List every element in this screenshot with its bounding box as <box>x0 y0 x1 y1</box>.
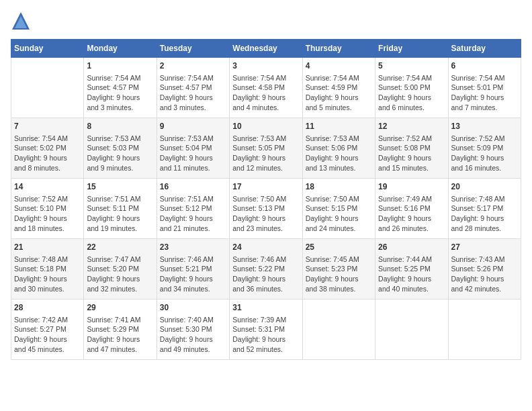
day-number: 26 <box>378 242 445 253</box>
day-info: Sunrise: 7:53 AMSunset: 5:04 PMDaylight:… <box>160 134 226 173</box>
day-cell: 2Sunrise: 7:54 AMSunset: 4:57 PMDaylight… <box>157 58 229 118</box>
day-info: Sunrise: 7:46 AMSunset: 5:22 PMDaylight:… <box>232 255 299 294</box>
day-cell: 17Sunrise: 7:50 AMSunset: 5:13 PMDayligh… <box>230 179 302 239</box>
day-cell: 23Sunrise: 7:46 AMSunset: 5:21 PMDayligh… <box>157 239 229 300</box>
header-cell-sunday: Sunday <box>11 40 84 58</box>
day-info: Sunrise: 7:50 AMSunset: 5:15 PMDaylight:… <box>306 194 372 234</box>
day-cell: 25Sunrise: 7:45 AMSunset: 5:23 PMDayligh… <box>302 239 375 300</box>
day-info: Sunrise: 7:45 AMSunset: 5:23 PMDaylight:… <box>306 255 372 294</box>
day-cell <box>302 300 375 360</box>
day-number: 28 <box>14 302 81 314</box>
day-cell: 16Sunrise: 7:51 AMSunset: 5:12 PMDayligh… <box>157 179 229 239</box>
day-number: 2 <box>160 60 226 72</box>
day-cell: 20Sunrise: 7:48 AMSunset: 5:17 PMDayligh… <box>448 179 521 239</box>
day-number: 8 <box>87 121 153 132</box>
header-cell-saturday: Saturday <box>448 40 521 58</box>
day-cell: 12Sunrise: 7:52 AMSunset: 5:08 PMDayligh… <box>375 118 448 179</box>
header-cell-friday: Friday <box>375 40 448 58</box>
week-row-2: 7Sunrise: 7:54 AMSunset: 5:02 PMDaylight… <box>11 118 521 179</box>
day-info: Sunrise: 7:39 AMSunset: 5:31 PMDaylight:… <box>232 315 299 355</box>
day-number: 7 <box>14 121 81 132</box>
logo-icon <box>11 11 31 31</box>
day-number: 21 <box>14 242 81 253</box>
day-info: Sunrise: 7:54 AMSunset: 5:00 PMDaylight:… <box>378 73 445 113</box>
day-cell: 5Sunrise: 7:54 AMSunset: 5:00 PMDaylight… <box>375 58 448 118</box>
day-cell: 4Sunrise: 7:54 AMSunset: 4:59 PMDaylight… <box>302 58 375 118</box>
day-cell: 8Sunrise: 7:53 AMSunset: 5:03 PMDaylight… <box>84 118 157 179</box>
header-cell-monday: Monday <box>84 40 157 58</box>
day-info: Sunrise: 7:50 AMSunset: 5:13 PMDaylight:… <box>232 194 299 234</box>
day-info: Sunrise: 7:49 AMSunset: 5:16 PMDaylight:… <box>378 194 445 234</box>
day-info: Sunrise: 7:48 AMSunset: 5:18 PMDaylight:… <box>14 255 81 294</box>
day-info: Sunrise: 7:54 AMSunset: 5:01 PMDaylight:… <box>451 73 518 113</box>
day-cell: 28Sunrise: 7:42 AMSunset: 5:27 PMDayligh… <box>11 300 84 360</box>
day-info: Sunrise: 7:46 AMSunset: 5:21 PMDaylight:… <box>160 255 226 294</box>
day-info: Sunrise: 7:54 AMSunset: 4:59 PMDaylight:… <box>306 73 372 113</box>
day-cell: 18Sunrise: 7:50 AMSunset: 5:15 PMDayligh… <box>302 179 375 239</box>
header-cell-wednesday: Wednesday <box>230 40 302 58</box>
day-number: 16 <box>160 181 226 193</box>
day-cell: 22Sunrise: 7:47 AMSunset: 5:20 PMDayligh… <box>84 239 157 300</box>
day-cell: 14Sunrise: 7:52 AMSunset: 5:10 PMDayligh… <box>11 179 84 239</box>
calendar-table: SundayMondayTuesdayWednesdayThursdayFrid… <box>11 39 521 360</box>
week-row-1: 1Sunrise: 7:54 AMSunset: 4:57 PMDaylight… <box>11 58 521 118</box>
day-number: 9 <box>160 121 226 132</box>
day-cell: 10Sunrise: 7:53 AMSunset: 5:05 PMDayligh… <box>230 118 302 179</box>
day-cell <box>375 300 448 360</box>
day-cell: 24Sunrise: 7:46 AMSunset: 5:22 PMDayligh… <box>230 239 302 300</box>
day-number: 3 <box>232 60 299 72</box>
day-cell: 31Sunrise: 7:39 AMSunset: 5:31 PMDayligh… <box>230 300 302 360</box>
day-number: 25 <box>306 242 372 253</box>
day-cell: 13Sunrise: 7:52 AMSunset: 5:09 PMDayligh… <box>448 118 521 179</box>
day-number: 15 <box>87 181 153 193</box>
day-info: Sunrise: 7:52 AMSunset: 5:08 PMDaylight:… <box>378 134 445 173</box>
day-cell: 19Sunrise: 7:49 AMSunset: 5:16 PMDayligh… <box>375 179 448 239</box>
day-info: Sunrise: 7:52 AMSunset: 5:10 PMDaylight:… <box>14 194 81 234</box>
day-number: 18 <box>306 181 372 193</box>
day-cell: 11Sunrise: 7:53 AMSunset: 5:06 PMDayligh… <box>302 118 375 179</box>
day-cell: 21Sunrise: 7:48 AMSunset: 5:18 PMDayligh… <box>11 239 84 300</box>
day-number: 22 <box>87 242 153 253</box>
day-number: 4 <box>306 60 372 72</box>
day-number: 5 <box>378 60 445 72</box>
calendar-header: SundayMondayTuesdayWednesdayThursdayFrid… <box>11 40 521 58</box>
page-header <box>11 11 521 31</box>
header-cell-tuesday: Tuesday <box>157 40 229 58</box>
day-cell: 26Sunrise: 7:44 AMSunset: 5:25 PMDayligh… <box>375 239 448 300</box>
day-number: 12 <box>378 121 445 132</box>
day-number: 13 <box>451 121 518 132</box>
day-info: Sunrise: 7:53 AMSunset: 5:06 PMDaylight:… <box>306 134 372 173</box>
day-info: Sunrise: 7:48 AMSunset: 5:17 PMDaylight:… <box>451 194 518 234</box>
day-info: Sunrise: 7:42 AMSunset: 5:27 PMDaylight:… <box>14 315 81 355</box>
week-row-3: 14Sunrise: 7:52 AMSunset: 5:10 PMDayligh… <box>11 179 521 239</box>
day-number: 29 <box>87 302 153 314</box>
day-cell: 9Sunrise: 7:53 AMSunset: 5:04 PMDaylight… <box>157 118 229 179</box>
day-cell <box>448 300 521 360</box>
day-number: 19 <box>378 181 445 193</box>
header-row: SundayMondayTuesdayWednesdayThursdayFrid… <box>11 40 521 58</box>
day-number: 30 <box>160 302 226 314</box>
day-number: 14 <box>14 181 81 193</box>
day-number: 6 <box>451 60 518 72</box>
day-cell: 29Sunrise: 7:41 AMSunset: 5:29 PMDayligh… <box>84 300 157 360</box>
day-info: Sunrise: 7:52 AMSunset: 5:09 PMDaylight:… <box>451 134 518 173</box>
day-info: Sunrise: 7:43 AMSunset: 5:26 PMDaylight:… <box>451 255 518 294</box>
day-info: Sunrise: 7:47 AMSunset: 5:20 PMDaylight:… <box>87 255 153 294</box>
header-cell-thursday: Thursday <box>302 40 375 58</box>
day-number: 24 <box>232 242 299 253</box>
day-cell: 30Sunrise: 7:40 AMSunset: 5:30 PMDayligh… <box>157 300 229 360</box>
day-number: 17 <box>232 181 299 193</box>
day-cell: 6Sunrise: 7:54 AMSunset: 5:01 PMDaylight… <box>448 58 521 118</box>
day-info: Sunrise: 7:40 AMSunset: 5:30 PMDaylight:… <box>160 315 226 355</box>
day-info: Sunrise: 7:44 AMSunset: 5:25 PMDaylight:… <box>378 255 445 294</box>
week-row-5: 28Sunrise: 7:42 AMSunset: 5:27 PMDayligh… <box>11 300 521 360</box>
logo <box>11 11 34 31</box>
day-number: 1 <box>87 60 153 72</box>
day-info: Sunrise: 7:53 AMSunset: 5:05 PMDaylight:… <box>232 134 299 173</box>
day-cell: 15Sunrise: 7:51 AMSunset: 5:11 PMDayligh… <box>84 179 157 239</box>
calendar-body: 1Sunrise: 7:54 AMSunset: 4:57 PMDaylight… <box>11 58 521 360</box>
day-info: Sunrise: 7:53 AMSunset: 5:03 PMDaylight:… <box>87 134 153 173</box>
day-info: Sunrise: 7:54 AMSunset: 4:57 PMDaylight:… <box>160 73 226 113</box>
day-number: 23 <box>160 242 226 253</box>
day-cell: 27Sunrise: 7:43 AMSunset: 5:26 PMDayligh… <box>448 239 521 300</box>
